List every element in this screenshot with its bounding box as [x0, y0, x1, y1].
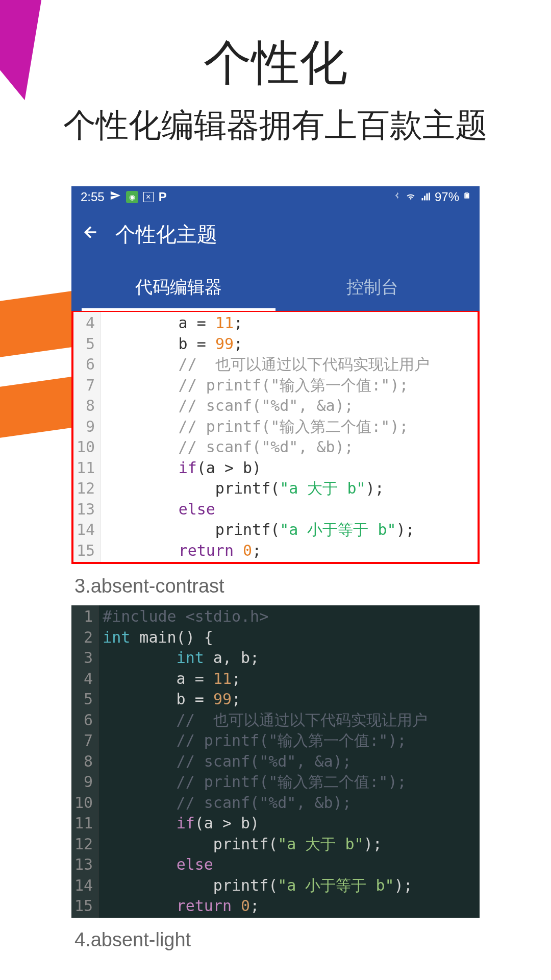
wifi-icon [405, 190, 416, 204]
line-gutter: 123456789101112131415 [71, 605, 98, 918]
signal-icon [420, 190, 431, 204]
theme-label-4: 4.absent-light [71, 918, 480, 959]
app-header: 个性化主题 代码编辑器 控制台 [71, 208, 480, 311]
tabs: 代码编辑器 控制台 [82, 266, 469, 311]
svg-rect-0 [466, 194, 468, 198]
phone-screenshot-frame: 2:55 ◉ × P 97% [71, 186, 480, 980]
app-icon: ◉ [126, 191, 138, 203]
decorative-triangle [0, 0, 74, 113]
code-preview-dark[interactable]: 123456789101112131415 #include <stdio.h>… [71, 605, 480, 918]
app-header-title: 个性化主题 [115, 220, 217, 249]
status-time: 2:55 [81, 190, 105, 204]
battery-percent: 97% [435, 190, 459, 204]
page-title: 个性化 [0, 31, 551, 95]
code-lines: #include <stdio.h>int main() { int a, b;… [98, 605, 428, 918]
x-box-icon: × [143, 192, 154, 202]
back-button[interactable] [82, 223, 100, 246]
tab-code-editor[interactable]: 代码编辑器 [82, 266, 276, 311]
bluetooth-icon [393, 190, 401, 204]
theme-label-3: 3.absent-contrast [71, 564, 480, 605]
code-preview-light[interactable]: 456789101112131415 a = 11; b = 99; // 也可… [71, 311, 480, 564]
page-subtitle: 个性化编辑器拥有上百款主题 [0, 103, 551, 148]
tab-console[interactable]: 控制台 [276, 266, 469, 311]
code-lines: a = 11; b = 99; // 也可以通过以下代码实现让用户 // pri… [101, 312, 430, 562]
battery-icon [463, 190, 470, 204]
status-bar: 2:55 ◉ × P 97% [71, 186, 480, 208]
telegram-icon [110, 190, 121, 204]
p-icon: P [159, 190, 167, 204]
line-gutter: 456789101112131415 [73, 312, 101, 562]
decorative-stripe-2 [0, 375, 82, 442]
